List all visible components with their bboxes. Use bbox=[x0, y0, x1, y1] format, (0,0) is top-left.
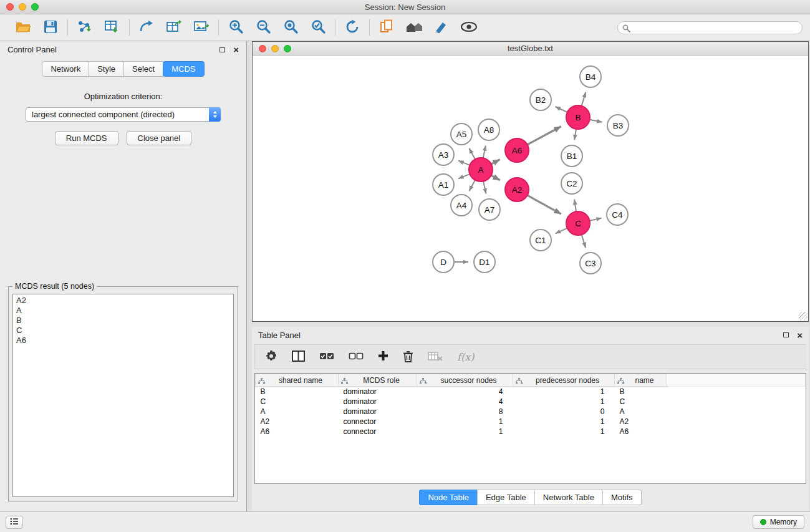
node-A3[interactable]: A3 bbox=[433, 144, 454, 165]
mcds-result-item[interactable]: A6 bbox=[16, 336, 230, 346]
edge-A6-B[interactable] bbox=[528, 127, 561, 145]
export-table-button[interactable] bbox=[165, 18, 183, 37]
mcds-result-item[interactable]: B bbox=[16, 316, 230, 326]
network-zoom-button[interactable] bbox=[284, 45, 291, 52]
edge-B-B4[interactable] bbox=[582, 92, 586, 106]
edge-A-A4[interactable] bbox=[469, 180, 475, 191]
node-A5[interactable]: A5 bbox=[451, 123, 472, 145]
node-A4[interactable]: A4 bbox=[451, 195, 472, 216]
node-A1[interactable]: A1 bbox=[433, 174, 454, 195]
table-row[interactable]: A2connector11A2 bbox=[256, 417, 806, 427]
select-all-button[interactable] bbox=[319, 351, 334, 363]
close-table-panel-icon[interactable]: × bbox=[797, 331, 803, 340]
mcds-result-item[interactable]: A bbox=[16, 306, 230, 316]
memory-button[interactable]: Memory bbox=[753, 515, 804, 529]
delete-column-button[interactable] bbox=[403, 350, 413, 364]
column-header-predecessor-nodes[interactable]: predecessor nodes bbox=[513, 374, 615, 387]
tab-motifs[interactable]: Motifs bbox=[602, 490, 642, 505]
edge-A-A2[interactable] bbox=[491, 175, 500, 180]
zoom-in-button[interactable] bbox=[226, 18, 245, 37]
node-table[interactable]: shared nameMCDS rolesuccessor nodesprede… bbox=[255, 374, 806, 437]
tab-network-table[interactable]: Network Table bbox=[534, 490, 603, 505]
toggle-details-button[interactable] bbox=[460, 18, 478, 37]
function-builder-button[interactable]: f(x) bbox=[457, 351, 474, 363]
import-table-button[interactable] bbox=[103, 18, 122, 37]
import-network-button[interactable] bbox=[75, 18, 94, 37]
run-mcds-button[interactable]: Run MCDS bbox=[55, 131, 118, 145]
edge-A-A8[interactable] bbox=[483, 145, 486, 158]
zoom-window-button[interactable] bbox=[31, 3, 39, 11]
tab-network[interactable]: Network bbox=[42, 61, 89, 77]
edge-A-A1[interactable] bbox=[458, 174, 470, 178]
node-C4[interactable]: C4 bbox=[607, 204, 628, 225]
duplicate-network-button[interactable] bbox=[377, 18, 396, 37]
tab-node-table[interactable]: Node Table bbox=[419, 490, 478, 505]
table-row[interactable]: Cdominator41C bbox=[256, 397, 806, 407]
column-header-shared-name[interactable]: shared name bbox=[256, 374, 339, 387]
edge-C-C1[interactable] bbox=[556, 228, 567, 234]
show-columns-button[interactable] bbox=[292, 351, 305, 364]
node-B2[interactable]: B2 bbox=[530, 89, 551, 110]
mcds-result-item[interactable]: A2 bbox=[16, 296, 230, 306]
network-window-titlebar[interactable]: testGlobe.txt bbox=[253, 42, 808, 56]
edge-A-A3[interactable] bbox=[458, 161, 470, 165]
mcds-result-item[interactable]: C bbox=[16, 326, 230, 336]
float-table-panel-icon[interactable] bbox=[783, 332, 789, 337]
save-session-button[interactable] bbox=[41, 18, 60, 37]
table-row[interactable]: Bdominator41B bbox=[256, 387, 806, 397]
node-C1[interactable]: C1 bbox=[530, 230, 551, 251]
annotation-button[interactable] bbox=[432, 18, 451, 37]
column-header-mcds-role[interactable]: MCDS role bbox=[339, 374, 417, 387]
node-C2[interactable]: C2 bbox=[561, 173, 582, 194]
zoom-out-button[interactable] bbox=[254, 18, 272, 37]
edge-A2-C[interactable] bbox=[528, 195, 561, 214]
add-column-button[interactable] bbox=[378, 351, 388, 363]
tab-mcds[interactable]: MCDS bbox=[163, 61, 204, 77]
network-close-button[interactable] bbox=[259, 45, 266, 52]
node-A7[interactable]: A7 bbox=[479, 199, 500, 220]
edge-B-B2[interactable] bbox=[556, 107, 567, 112]
close-panel-icon[interactable]: × bbox=[233, 45, 239, 54]
minimize-window-button[interactable] bbox=[19, 3, 26, 11]
float-panel-icon[interactable] bbox=[219, 47, 225, 52]
edge-C-C3[interactable] bbox=[582, 235, 586, 248]
node-B3[interactable]: B3 bbox=[607, 115, 629, 136]
mcds-result-list[interactable]: A2ABCA6 bbox=[12, 294, 234, 497]
home-button[interactable] bbox=[405, 18, 423, 37]
network-minimize-button[interactable] bbox=[271, 45, 279, 52]
export-image-button[interactable] bbox=[192, 18, 211, 37]
apply-layout-button[interactable] bbox=[343, 18, 362, 37]
edge-B-B3[interactable] bbox=[590, 120, 602, 122]
node-B1[interactable]: B1 bbox=[561, 145, 582, 167]
node-A6[interactable]: A6 bbox=[505, 138, 529, 162]
open-session-button[interactable] bbox=[14, 18, 32, 37]
table-row[interactable]: A6connector11A6 bbox=[256, 427, 806, 437]
network-canvas[interactable]: B4B2BB3A8A5A6A3B1AC2A1A2A4A7C4CC1DD1C3 bbox=[253, 56, 808, 321]
tab-style[interactable]: Style bbox=[89, 61, 124, 77]
task-history-button[interactable] bbox=[6, 516, 23, 529]
table-row[interactable]: Adominator80A bbox=[256, 407, 806, 417]
search-input[interactable] bbox=[617, 21, 803, 34]
node-B[interactable]: B bbox=[566, 105, 590, 129]
edge-A-A5[interactable] bbox=[469, 148, 475, 159]
delete-table-button[interactable] bbox=[428, 351, 443, 363]
edge-A-A7[interactable] bbox=[483, 181, 486, 194]
edge-B-B1[interactable] bbox=[574, 129, 576, 140]
tab-select[interactable]: Select bbox=[123, 61, 163, 77]
export-network-button[interactable] bbox=[137, 18, 156, 37]
table-settings-button[interactable] bbox=[265, 350, 277, 364]
zoom-selected-button[interactable] bbox=[309, 18, 327, 37]
edge-A-A6[interactable] bbox=[491, 160, 500, 164]
close-window-button[interactable] bbox=[6, 3, 14, 11]
tab-edge-table[interactable]: Edge Table bbox=[477, 490, 535, 505]
node-A[interactable]: A bbox=[469, 158, 493, 181]
node-C3[interactable]: C3 bbox=[580, 253, 601, 274]
edge-C-C2[interactable] bbox=[574, 200, 576, 212]
node-B4[interactable]: B4 bbox=[580, 66, 601, 87]
column-header-name[interactable]: name bbox=[615, 374, 667, 387]
node-D[interactable]: D bbox=[433, 251, 454, 273]
zoom-fit-button[interactable] bbox=[281, 18, 300, 37]
node-D1[interactable]: D1 bbox=[474, 251, 495, 273]
deselect-all-button[interactable] bbox=[349, 351, 364, 363]
node-A8[interactable]: A8 bbox=[478, 119, 499, 140]
